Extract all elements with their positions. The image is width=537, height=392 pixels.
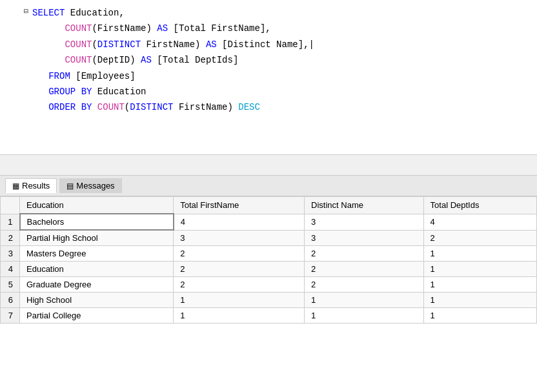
line-content-6: GROUP BY Education — [32, 85, 537, 99]
cell-2: 2 — [174, 246, 305, 262]
sql-token: FROM — [48, 71, 70, 81]
sql-token: AS — [206, 39, 217, 50]
cell-2: 1 — [174, 308, 305, 324]
cell-4: 1 — [423, 308, 536, 324]
table-row[interactable]: 1Bachelors434 — [1, 214, 537, 230]
results-tabs: ▦Results▤Messages — [0, 176, 537, 196]
tab-icon: ▦ — [12, 181, 19, 191]
tab-label: Results — [22, 181, 50, 191]
line-content-3: COUNT(DISTINCT FirstName) AS [Distinct N… — [32, 37, 537, 52]
sql-token — [32, 55, 65, 65]
results-area: EducationTotal FirstNameDistinct NameTot… — [0, 196, 537, 324]
sql-token: Education, — [70, 8, 125, 18]
tab-messages[interactable]: ▤Messages — [59, 178, 121, 193]
sql-token: COUNT — [65, 55, 92, 65]
sql-token: AS — [141, 55, 152, 65]
cell-1: Masters Degree — [20, 246, 174, 262]
sql-token: (FirstName) — [92, 23, 157, 34]
sql-token: ORDER BY — [48, 102, 92, 112]
sql-token: ( — [92, 39, 97, 50]
sql-editor[interactable]: ⊟SELECT Education, COUNT(FirstName) AS [… — [0, 0, 537, 155]
row-number: 4 — [1, 262, 20, 277]
cell-3: 2 — [305, 246, 424, 262]
row-number: 1 — [1, 214, 20, 230]
line-gutter-2 — [0, 21, 32, 35]
line-content-5: FROM [Employees] — [32, 69, 537, 83]
row-number: 5 — [1, 277, 20, 293]
row-number: 6 — [1, 293, 20, 308]
row-number: 2 — [1, 230, 20, 246]
sql-token: FirstName) — [173, 102, 238, 112]
tab-results[interactable]: ▦Results — [5, 178, 57, 193]
sql-token: Education — [92, 87, 146, 97]
cell-2: 1 — [174, 293, 305, 308]
col-header-0 — [1, 197, 20, 214]
sql-token: FirstName) — [141, 39, 206, 50]
sql-token: [Total FirstName], — [168, 23, 271, 34]
sql-token: | — [309, 39, 314, 50]
tab-label: Messages — [76, 181, 114, 191]
table-row[interactable]: 4Education221 — [1, 262, 537, 277]
cell-4: 1 — [423, 246, 536, 262]
line-content-4: COUNT(DeptID) AS [Total DeptIds] — [32, 53, 537, 67]
cell-1: Graduate Degree — [20, 277, 174, 293]
sql-token — [32, 71, 48, 81]
sql-token — [32, 87, 48, 97]
line-gutter-7 — [0, 100, 32, 114]
cell-4: 4 — [423, 214, 536, 230]
sql-token: COUNT — [97, 102, 125, 112]
cell-1: Partial College — [20, 308, 174, 324]
row-number: 7 — [1, 308, 20, 324]
cell-3: 1 — [305, 293, 424, 308]
line-content-7: ORDER BY COUNT(DISTINCT FirstName) DESC — [32, 100, 537, 114]
table-row[interactable]: 2Partial High School332 — [1, 230, 537, 246]
col-header-4: Total DeptIds — [423, 197, 536, 214]
collapse-icon[interactable]: ⊟ — [24, 6, 28, 18]
sql-token: COUNT — [65, 23, 92, 34]
line-gutter-3 — [0, 37, 32, 51]
results-table: EducationTotal FirstNameDistinct NameTot… — [0, 196, 537, 324]
sql-token: [Employees] — [70, 71, 136, 81]
sql-token: SELECT — [32, 8, 70, 18]
sql-token: AS — [157, 23, 168, 34]
sql-token — [92, 102, 97, 112]
cell-2: 2 — [174, 277, 305, 293]
cell-1: Partial High School — [20, 230, 174, 246]
cell-3: 3 — [305, 214, 424, 230]
col-header-3: Distinct Name — [305, 197, 424, 214]
sql-line-2: COUNT(FirstName) AS [Total FirstName], — [0, 21, 537, 36]
toolbar — [0, 155, 537, 176]
cell-4: 2 — [423, 230, 536, 246]
row-number: 3 — [1, 246, 20, 262]
cell-1: Education — [20, 262, 174, 277]
table-row[interactable]: 3Masters Degree221 — [1, 246, 537, 262]
sql-token: [Total DeptIds] — [152, 55, 238, 65]
cell-2: 2 — [174, 262, 305, 277]
sql-token: GROUP BY — [48, 87, 92, 97]
line-gutter-6 — [0, 85, 32, 98]
table-row[interactable]: 5Graduate Degree221 — [1, 277, 537, 293]
sql-token: [Distinct Name], — [217, 39, 309, 50]
tab-icon: ▤ — [66, 181, 74, 191]
sql-line-3: COUNT(DISTINCT FirstName) AS [Distinct N… — [0, 37, 537, 52]
sql-token: DISTINCT — [130, 102, 173, 112]
sql-token — [32, 23, 65, 34]
cell-2: 4 — [174, 214, 305, 230]
sql-line-6: GROUP BY Education — [0, 84, 537, 99]
line-content-1: SELECT Education, — [32, 6, 537, 20]
table-row[interactable]: 6High School111 — [1, 293, 537, 308]
cell-3: 2 — [305, 262, 424, 277]
cell-3: 3 — [305, 230, 424, 246]
cell-3: 1 — [305, 308, 424, 324]
cell-4: 1 — [423, 277, 536, 293]
table-row[interactable]: 7Partial College111 — [1, 308, 537, 324]
line-gutter-5 — [0, 69, 32, 83]
sql-token: COUNT — [65, 39, 92, 50]
sql-token: (DeptID) — [92, 55, 141, 65]
sql-token: DESC — [238, 102, 260, 112]
cell-1: Bachelors — [20, 214, 174, 230]
line-content-2: COUNT(FirstName) AS [Total FirstName], — [32, 21, 537, 36]
sql-line-7: ORDER BY COUNT(DISTINCT FirstName) DESC — [0, 99, 537, 115]
cell-2: 3 — [174, 230, 305, 246]
sql-line-1: ⊟SELECT Education, — [0, 5, 537, 21]
